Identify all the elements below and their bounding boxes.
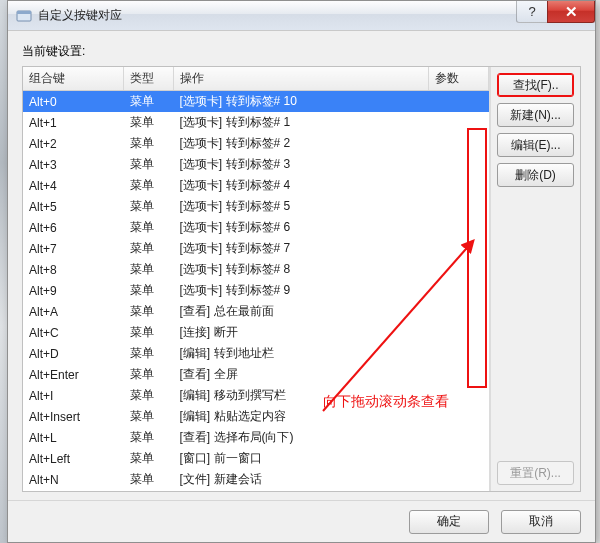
table-row[interactable]: Alt+7菜单[选项卡] 转到标签# 7: [23, 238, 489, 259]
cell-param: [429, 427, 489, 448]
cell-type: 菜单: [123, 154, 173, 175]
cell-combo: Alt+A: [23, 301, 123, 322]
cell-combo: Alt+8: [23, 259, 123, 280]
cell-type: 菜单: [123, 301, 173, 322]
edit-button[interactable]: 编辑(E)...: [497, 133, 574, 157]
cell-type: 菜单: [123, 427, 173, 448]
cell-type: 菜单: [123, 175, 173, 196]
cell-type: 菜单: [123, 91, 173, 113]
keymap-list[interactable]: 组合键 类型 操作 参数 Alt+0菜单[选项卡] 转到标签# 10Alt+1菜…: [23, 67, 490, 491]
cell-action: [选项卡] 转到标签# 10: [173, 91, 429, 113]
col-action[interactable]: 操作: [173, 67, 429, 91]
find-button[interactable]: 查找(F)..: [497, 73, 574, 97]
table-row[interactable]: Alt+2菜单[选项卡] 转到标签# 2: [23, 133, 489, 154]
cell-combo: Alt+7: [23, 238, 123, 259]
cell-action: [选项卡] 转到标签# 6: [173, 217, 429, 238]
cell-type: 菜单: [123, 406, 173, 427]
cell-param: [429, 322, 489, 343]
titlebar[interactable]: 自定义按键对应 ? ✕: [8, 1, 595, 31]
group-frame: 组合键 类型 操作 参数 Alt+0菜单[选项卡] 转到标签# 10Alt+1菜…: [22, 66, 581, 492]
cell-combo: Alt+Enter: [23, 364, 123, 385]
reset-button: 重置(R)...: [497, 461, 574, 485]
cell-action: [编辑] 转到地址栏: [173, 343, 429, 364]
cell-param: [429, 175, 489, 196]
list-scroll[interactable]: 组合键 类型 操作 参数 Alt+0菜单[选项卡] 转到标签# 10Alt+1菜…: [23, 67, 489, 491]
cell-param: [429, 490, 489, 491]
cell-combo: Alt+D: [23, 343, 123, 364]
table-row[interactable]: Alt+9菜单[选项卡] 转到标签# 9: [23, 280, 489, 301]
table-row[interactable]: Alt+Insert菜单[编辑] 粘贴选定内容: [23, 406, 489, 427]
cell-action: [选项卡] 转到标签# 8: [173, 259, 429, 280]
cell-combo: Alt+2: [23, 133, 123, 154]
cell-param: [429, 112, 489, 133]
cell-type: 菜单: [123, 217, 173, 238]
cell-combo: Alt+6: [23, 217, 123, 238]
cell-action: [查看] 全屏: [173, 364, 429, 385]
col-param[interactable]: 参数: [429, 67, 489, 91]
cell-action: [选项卡] 转到标签# 9: [173, 280, 429, 301]
cell-combo: Alt+N: [23, 469, 123, 490]
table-row[interactable]: Alt+A菜单[查看] 总在最前面: [23, 301, 489, 322]
cell-combo: Alt+0: [23, 91, 123, 113]
cell-type: 菜单: [123, 133, 173, 154]
table-row[interactable]: Alt+3菜单[选项卡] 转到标签# 3: [23, 154, 489, 175]
cell-type: 菜单: [123, 322, 173, 343]
cell-action: [选项卡] 转到标签# 5: [173, 196, 429, 217]
cell-combo: Alt+Insert: [23, 406, 123, 427]
cell-combo: Alt+O: [23, 490, 123, 491]
cell-param: [429, 364, 489, 385]
spacer: [497, 193, 574, 455]
close-button[interactable]: ✕: [547, 1, 595, 23]
cell-combo: Alt+4: [23, 175, 123, 196]
cell-param: [429, 196, 489, 217]
cell-action: [选项卡] 转到标签# 1: [173, 112, 429, 133]
side-buttons: 查找(F).. 新建(N)... 编辑(E)... 删除(D) 重置(R)...: [490, 67, 580, 491]
cell-action: [查看] 选择布局(向下): [173, 427, 429, 448]
cell-combo: Alt+3: [23, 154, 123, 175]
cell-param: [429, 133, 489, 154]
table-row[interactable]: Alt+Enter菜单[查看] 全屏: [23, 364, 489, 385]
cell-param: [429, 259, 489, 280]
cell-type: 菜单: [123, 385, 173, 406]
cell-combo: Alt+9: [23, 280, 123, 301]
cell-action: [编辑] 粘贴选定内容: [173, 406, 429, 427]
cell-param: [429, 469, 489, 490]
table-row[interactable]: Alt+8菜单[选项卡] 转到标签# 8: [23, 259, 489, 280]
table-row[interactable]: Alt+N菜单[文件] 新建会话: [23, 469, 489, 490]
new-button[interactable]: 新建(N)...: [497, 103, 574, 127]
bottom-bar: 确定 取消: [8, 500, 595, 542]
cell-type: 菜单: [123, 280, 173, 301]
table-row[interactable]: Alt+D菜单[编辑] 转到地址栏: [23, 343, 489, 364]
table-row[interactable]: Alt+6菜单[选项卡] 转到标签# 6: [23, 217, 489, 238]
cell-action: [选项卡] 转到标签# 3: [173, 154, 429, 175]
cell-type: 菜单: [123, 196, 173, 217]
cell-action: [编辑] 移动到撰写栏: [173, 385, 429, 406]
cell-combo: Alt+1: [23, 112, 123, 133]
col-type[interactable]: 类型: [123, 67, 173, 91]
delete-button[interactable]: 删除(D): [497, 163, 574, 187]
col-combo[interactable]: 组合键: [23, 67, 123, 91]
cell-action: [窗口] 前一窗口: [173, 448, 429, 469]
cell-param: [429, 238, 489, 259]
cell-action: [选项卡] 转到标签# 2: [173, 133, 429, 154]
table-row[interactable]: Alt+O菜单[文件] 打开会话: [23, 490, 489, 491]
cell-action: [连接] 断开: [173, 322, 429, 343]
cell-param: [429, 217, 489, 238]
app-icon: [16, 8, 32, 24]
table-row[interactable]: Alt+C菜单[连接] 断开: [23, 322, 489, 343]
table-row[interactable]: Alt+4菜单[选项卡] 转到标签# 4: [23, 175, 489, 196]
cancel-button[interactable]: 取消: [501, 510, 581, 534]
cell-param: [429, 301, 489, 322]
table-row[interactable]: Alt+Left菜单[窗口] 前一窗口: [23, 448, 489, 469]
ok-button[interactable]: 确定: [409, 510, 489, 534]
cell-type: 菜单: [123, 238, 173, 259]
table-row[interactable]: Alt+L菜单[查看] 选择布局(向下): [23, 427, 489, 448]
cell-type: 菜单: [123, 364, 173, 385]
table-row[interactable]: Alt+5菜单[选项卡] 转到标签# 5: [23, 196, 489, 217]
table-row[interactable]: Alt+1菜单[选项卡] 转到标签# 1: [23, 112, 489, 133]
cell-type: 菜单: [123, 469, 173, 490]
table-row[interactable]: Alt+0菜单[选项卡] 转到标签# 10: [23, 91, 489, 113]
table-row[interactable]: Alt+I菜单[编辑] 移动到撰写栏: [23, 385, 489, 406]
help-button[interactable]: ?: [516, 1, 548, 23]
cell-action: [选项卡] 转到标签# 4: [173, 175, 429, 196]
